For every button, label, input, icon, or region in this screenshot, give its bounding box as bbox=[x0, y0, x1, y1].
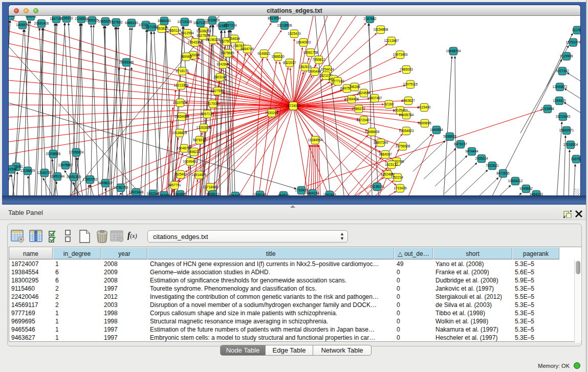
svg-text:6466160: 6466160 bbox=[125, 21, 138, 25]
svg-text:1671355: 1671355 bbox=[145, 25, 159, 29]
svg-text:1064503: 1064503 bbox=[173, 192, 187, 195]
svg-text:18807249: 18807249 bbox=[374, 141, 388, 144]
svg-text:5875685: 5875685 bbox=[221, 51, 234, 55]
svg-text:117006: 117006 bbox=[207, 102, 219, 105]
svg-text:10654112: 10654112 bbox=[508, 179, 523, 183]
svg-text:16210643: 16210643 bbox=[556, 115, 571, 118]
svg-text:7625402: 7625402 bbox=[174, 172, 187, 176]
svg-text:2803144: 2803144 bbox=[213, 75, 227, 79]
svg-text:16640910: 16640910 bbox=[296, 40, 311, 44]
svg-text:12093872: 12093872 bbox=[553, 85, 568, 89]
svg-text:9884067: 9884067 bbox=[379, 152, 392, 156]
svg-text:9115400: 9115400 bbox=[418, 105, 431, 109]
svg-text:15196328: 15196328 bbox=[206, 38, 221, 41]
svg-text:21364436: 21364436 bbox=[344, 97, 359, 101]
svg-text:9129906: 9129906 bbox=[560, 54, 573, 58]
svg-text:9457791: 9457791 bbox=[168, 183, 181, 187]
svg-text:1733426: 1733426 bbox=[394, 186, 407, 190]
svg-text:116753: 116753 bbox=[571, 157, 580, 161]
svg-text:12975115: 12975115 bbox=[403, 82, 418, 86]
svg-text:3624554: 3624554 bbox=[357, 91, 371, 95]
svg-text:8427552: 8427552 bbox=[211, 89, 224, 93]
svg-text:19654985: 19654985 bbox=[175, 115, 189, 118]
svg-text:1527602: 1527602 bbox=[110, 20, 123, 24]
svg-text:12042757: 12042757 bbox=[37, 171, 52, 174]
svg-text:19654923: 19654923 bbox=[399, 129, 414, 133]
svg-text:15692971: 15692971 bbox=[559, 128, 574, 132]
svg-text:2187682: 2187682 bbox=[363, 17, 377, 20]
svg-text:17957253: 17957253 bbox=[83, 178, 98, 181]
svg-text:7955812: 7955812 bbox=[312, 58, 325, 61]
svg-text:16961758: 16961758 bbox=[303, 51, 318, 54]
svg-text:16154808: 16154808 bbox=[374, 28, 388, 31]
svg-text:3498222: 3498222 bbox=[187, 150, 201, 154]
svg-text:1763450: 1763450 bbox=[158, 193, 171, 195]
svg-text:903241: 903241 bbox=[25, 16, 36, 18]
svg-text:9245652: 9245652 bbox=[519, 187, 533, 190]
svg-text:8454749: 8454749 bbox=[241, 47, 254, 51]
svg-text:62160: 62160 bbox=[384, 102, 394, 106]
svg-text:3267130: 3267130 bbox=[201, 112, 214, 116]
svg-text:6990444: 6990444 bbox=[308, 70, 321, 73]
svg-text:10688609: 10688609 bbox=[365, 130, 380, 134]
svg-text:5938928: 5938928 bbox=[443, 135, 456, 138]
svg-text:19166825: 19166825 bbox=[172, 131, 187, 135]
svg-text:14136141: 14136141 bbox=[370, 185, 385, 188]
svg-text:16782759: 16782759 bbox=[114, 186, 128, 189]
svg-text:8464103: 8464103 bbox=[229, 194, 242, 195]
svg-text:16099483: 16099483 bbox=[183, 160, 198, 163]
svg-text:1244415: 1244415 bbox=[553, 99, 566, 102]
svg-text:26053346: 26053346 bbox=[119, 60, 134, 64]
svg-text:10756928: 10756928 bbox=[396, 144, 410, 148]
svg-text:17359924: 17359924 bbox=[69, 150, 84, 154]
svg-text:1615132: 1615132 bbox=[385, 163, 398, 166]
svg-text:9474444: 9474444 bbox=[465, 149, 478, 153]
svg-text:15751074: 15751074 bbox=[566, 40, 580, 44]
svg-text:8912954: 8912954 bbox=[181, 31, 194, 35]
svg-text:12156829: 12156829 bbox=[20, 169, 35, 172]
svg-text:9699695: 9699695 bbox=[418, 121, 431, 125]
svg-text:16046786: 16046786 bbox=[177, 146, 192, 150]
svg-text:746266: 746266 bbox=[349, 85, 360, 89]
svg-text:140557: 140557 bbox=[9, 16, 16, 17]
svg-text:8322037: 8322037 bbox=[283, 61, 296, 64]
svg-text:9464103: 9464103 bbox=[530, 192, 543, 195]
svg-text:9777169: 9777169 bbox=[331, 79, 344, 83]
svg-text:15051315: 15051315 bbox=[67, 175, 81, 179]
svg-text:14495784: 14495784 bbox=[399, 113, 414, 117]
svg-text:8471636: 8471636 bbox=[496, 171, 510, 175]
svg-text:16914479: 16914479 bbox=[192, 173, 207, 177]
svg-text:9227342: 9227342 bbox=[556, 69, 569, 73]
svg-text:19384554: 19384554 bbox=[308, 138, 323, 142]
svg-text:19218506: 19218506 bbox=[277, 24, 292, 27]
svg-text:10958107: 10958107 bbox=[98, 181, 113, 185]
svg-text:9464154: 9464154 bbox=[306, 191, 319, 195]
svg-text:2718176: 2718176 bbox=[176, 69, 189, 73]
svg-text:9195310: 9195310 bbox=[60, 16, 73, 20]
svg-text:3215958: 3215958 bbox=[541, 107, 554, 111]
svg-text:10807487: 10807487 bbox=[367, 96, 382, 100]
svg-text:7632621: 7632621 bbox=[486, 164, 499, 167]
svg-text:6479197: 6479197 bbox=[454, 142, 467, 146]
svg-text:13353594: 13353594 bbox=[197, 126, 211, 129]
svg-text:18724007: 18724007 bbox=[286, 104, 301, 107]
svg-text:6466160: 6466160 bbox=[158, 19, 171, 23]
svg-text:16543362: 16543362 bbox=[188, 40, 203, 44]
svg-text:7986372: 7986372 bbox=[352, 107, 365, 111]
svg-text:11451344: 11451344 bbox=[50, 174, 65, 178]
svg-text:16648764: 16648764 bbox=[446, 49, 461, 53]
svg-text:7857224: 7857224 bbox=[224, 24, 237, 27]
svg-text:10973493: 10973493 bbox=[393, 53, 408, 56]
svg-text:15720407: 15720407 bbox=[357, 118, 372, 122]
svg-text:9242848: 9242848 bbox=[216, 62, 230, 66]
svg-text:12923448: 12923448 bbox=[129, 190, 144, 194]
svg-text:7485003: 7485003 bbox=[400, 68, 413, 71]
svg-text:5878312: 5878312 bbox=[193, 138, 206, 142]
svg-text:17016504: 17016504 bbox=[563, 143, 578, 146]
svg-text:154634: 154634 bbox=[229, 37, 240, 40]
svg-text:2935114: 2935114 bbox=[475, 157, 488, 160]
svg-text:12213967: 12213967 bbox=[384, 39, 399, 42]
svg-text:3660124: 3660124 bbox=[168, 29, 181, 32]
svg-text:1362615: 1362615 bbox=[298, 65, 312, 69]
svg-text:13718485: 13718485 bbox=[203, 185, 218, 189]
